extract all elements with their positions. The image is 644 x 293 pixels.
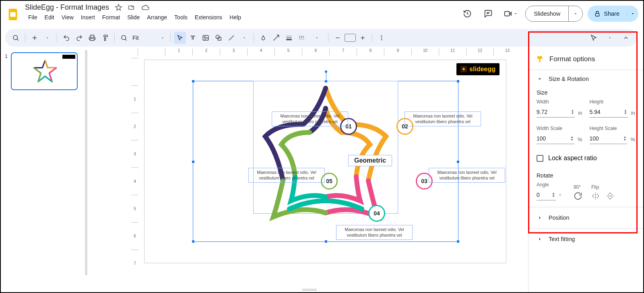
chevron-right-icon [537,236,543,242]
menu-extensions[interactable]: Extensions [192,12,225,22]
menu-view[interactable]: View [58,12,77,22]
ninety-label: 90° [574,184,582,190]
filmstrip-scrollbar[interactable] [81,48,91,292]
share-label: Share [604,10,619,17]
fill-color-button[interactable] [257,32,269,44]
checkbox-icon[interactable] [537,155,543,162]
redo-button[interactable] [73,32,85,44]
stepper-icon[interactable]: ▲▼ [570,109,575,115]
svg-point-6 [122,35,126,40]
angle-label: Angle [537,182,565,188]
border-color-button[interactable] [270,32,282,44]
note-02[interactable]: Maecenas non laoreet odio. Vel vestibulu… [405,111,481,126]
zoom-dropdown[interactable] [141,32,167,44]
menu-tools[interactable]: Tools [171,12,191,22]
zoom-tool-icon[interactable] [118,32,130,44]
menu-help[interactable]: Help [226,12,244,22]
section-position[interactable]: Position [537,215,635,221]
flip-vertical-button[interactable] [606,192,615,200]
search-menus-icon[interactable] [10,32,22,44]
center-label[interactable]: Geometric [348,155,392,166]
flip-label: Flip [591,184,615,190]
stepper-icon[interactable]: ▲▼ [623,109,628,115]
format-options-panel: Format options Size & Rotation Size Widt… [528,48,643,292]
slideshow-dropdown[interactable] [569,11,582,16]
stepper-icon[interactable]: ▲▼ [570,136,574,141]
select-tool[interactable] [174,32,186,44]
section-text-fitting[interactable]: Text fitting [537,236,635,242]
cloud-status-icon[interactable] [141,4,149,12]
history-icon[interactable] [459,6,475,22]
unit-label: in [578,110,582,118]
slides-app-icon[interactable] [5,6,21,23]
height-scale-input[interactable]: ▲▼ [590,133,627,144]
meet-button[interactable] [501,6,520,22]
flip-horizontal-button[interactable] [591,192,600,200]
note-01[interactable]: Maecenas non laoreet odio. Vel vestibulu… [272,111,348,126]
note-03[interactable]: Maecenas non laoreet odio. Vel vestibulu… [429,168,505,183]
image-tool[interactable] [200,32,212,44]
more-format-dropdown[interactable] [309,32,325,44]
menu-arrange[interactable]: Arrange [144,12,170,22]
shape-tool[interactable] [213,32,225,44]
width-scale-input[interactable]: ▲▼ [537,133,574,144]
border-dash-button[interactable] [296,32,308,44]
more-tools-button[interactable] [376,32,388,44]
lock-icon [594,10,601,17]
chevron-down-icon [513,11,518,16]
stepper-icon[interactable]: ▲▼ [551,192,556,198]
section-label: Text fitting [549,236,575,242]
stepper-icon[interactable]: ▲▼ [623,136,627,141]
zoom-slider[interactable] [345,34,356,42]
comments-icon[interactable] [480,6,496,22]
slide-thumbnail-1[interactable] [11,52,78,90]
star-diagram[interactable]: 01 02 03 04 05 Geometric Maecenas non la… [253,80,398,225]
height-input[interactable]: ▲▼ [590,106,628,118]
size-subheader: Size [537,89,635,96]
undo-button[interactable] [60,32,72,44]
section-size-rotation[interactable]: Size & Rotation [537,76,635,82]
zoom-in-button[interactable] [357,32,369,44]
width-input[interactable]: ▲▼ [537,106,575,118]
zoom-out-button[interactable] [332,32,344,44]
menu-slide[interactable]: Slide [124,12,143,22]
pointer-mode-button[interactable] [588,32,600,44]
move-icon[interactable] [128,4,136,11]
star-icon[interactable] [115,4,122,11]
lock-aspect-ratio[interactable]: Lock aspect ratio [537,155,635,162]
menu-edit[interactable]: Edit [41,12,58,22]
line-dropdown[interactable] [238,32,250,44]
paint-format-button[interactable] [99,32,111,44]
textbox-tool[interactable] [187,32,199,44]
border-weight-button[interactable] [283,32,295,44]
rotate-90-button[interactable] [574,192,582,200]
unit-label: in [631,110,635,118]
pointer-dropdown[interactable] [604,32,616,44]
section-label: Position [549,215,570,221]
new-slide-button[interactable] [29,32,41,44]
note-05[interactable]: Maecenas non laoreet odio. Vel vestibulu… [248,168,325,183]
zoom-level[interactable]: Fit [131,35,140,41]
svg-point-11 [381,35,382,37]
svg-point-13 [381,39,382,40]
note-04[interactable]: Maecenas non laoreet odio. Vel vestibulu… [336,225,413,240]
svg-rect-5 [91,39,94,41]
menu-file[interactable]: File [25,12,41,22]
speaker-notes-handle[interactable] [302,289,317,291]
share-button[interactable]: Share [588,10,627,17]
slide-canvas[interactable]: ✦slideegg [144,60,506,263]
document-title[interactable]: SlideEgg - Format Images [25,3,109,12]
slideshow-button[interactable]: Slideshow [526,6,569,21]
collapse-toolbar-button[interactable] [620,32,632,44]
print-button[interactable] [86,32,98,44]
new-slide-dropdown[interactable] [41,32,54,44]
share-dropdown[interactable] [627,11,638,16]
unit-label: ° [559,193,561,200]
format-options-icon [536,55,544,63]
vertical-ruler: 1234567 [131,58,138,286]
angle-input[interactable]: ▲▼ [537,189,556,200]
menu-insert[interactable]: Insert [78,12,98,22]
menu-format[interactable]: Format [99,12,123,22]
node-04[interactable]: 04 [368,205,385,222]
line-tool[interactable] [225,32,237,44]
